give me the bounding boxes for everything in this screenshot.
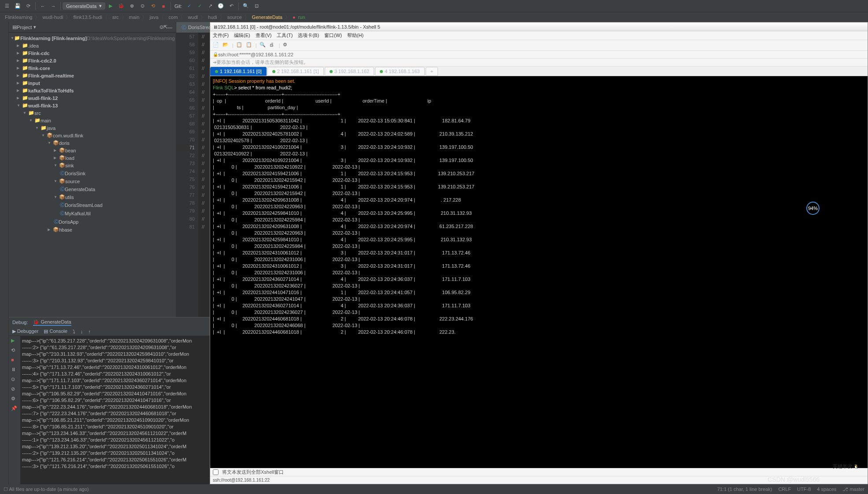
forward-icon[interactable]: → (49, 2, 57, 10)
project-header[interactable]: ▤ Project▾ ⊙ ⇱ — (9, 22, 176, 33)
menu-icon[interactable]: ☰ (3, 2, 11, 10)
git-rollback-icon[interactable]: ↶ (227, 2, 235, 10)
stop-icon[interactable]: ■ (160, 2, 167, 10)
refresh-icon[interactable]: ⟳ (24, 2, 32, 10)
search-icon[interactable]: 🔍 (242, 2, 250, 10)
profile-icon[interactable]: ⊙ (138, 2, 146, 10)
xshell-title: 🖥 192.168.1.161 [0] - root@node01:/opt/m… (210, 22, 868, 31)
gear-icon[interactable]: ⊙ (160, 24, 163, 30)
stop-icon[interactable]: ■ (11, 357, 18, 364)
main-toolbar: ☰ 💾 ⟳ ← → GenerateData▾ ▶ 🐞 ⊕ ⊙ ⟲ ■ Git:… (0, 0, 868, 12)
console-tab[interactable]: ▤ Console (44, 328, 67, 334)
step-over-icon[interactable]: ⤵ (73, 329, 75, 334)
settings-icon[interactable]: ⊡ (252, 2, 260, 10)
git-commit-icon[interactable]: ✓ (196, 2, 204, 10)
xshell-new-tab[interactable]: + (426, 67, 438, 76)
step-out-icon[interactable]: ↑ (88, 329, 91, 334)
pause-icon[interactable]: ⏸ (11, 367, 18, 374)
breadcrumb-item[interactable]: wudl (188, 15, 198, 20)
git-update-icon[interactable]: ✓ (185, 2, 193, 10)
restart-icon[interactable]: ⟲ (11, 347, 18, 354)
open-icon[interactable]: 📂 (223, 42, 230, 49)
view-breakpoints-icon[interactable]: ⊙ (11, 376, 18, 383)
xshell-footer: 将文本发送到全部Xshell窗口 (210, 468, 868, 476)
debug-label: Debug: (12, 320, 28, 325)
xshell-menu-item[interactable]: 查看(V) (256, 32, 272, 39)
xshell-tab[interactable]: 1 192.168.1.161 [0] (210, 67, 267, 76)
settings-icon[interactable]: ⚙ (11, 396, 18, 403)
step-into-icon[interactable]: ↓ (81, 329, 83, 334)
xshell-tab[interactable]: 4 192.168.1.163 (375, 67, 425, 76)
breadcrumb-item[interactable]: com (169, 15, 178, 20)
mascot: 英键半设 🐧 (833, 463, 864, 484)
breadcrumb-item[interactable]: Flinklearning (5, 15, 32, 20)
hide-icon[interactable]: — (167, 25, 172, 30)
xshell-window: 🖥 192.168.1.161 [0] - root@node01:/opt/m… (210, 22, 868, 484)
broadcast-checkbox[interactable] (213, 469, 219, 475)
watermark: CSDN @wudl5566 (768, 476, 820, 483)
debug-side-toolbar: ▶ ⟲ ■ ⏸ ⊙ ⊘ ⚙ 📌 (9, 336, 20, 484)
xshell-menu-item[interactable]: 工具(T) (277, 32, 293, 39)
xshell-tab[interactable]: 2 192.168.1.161 [1] (267, 67, 324, 76)
back-icon[interactable]: ← (39, 2, 47, 10)
breadcrumb-item[interactable]: main (129, 15, 140, 20)
xshell-hint: ➜ 要添加当前会话，请单击左侧的箭头按钮。 (210, 59, 868, 66)
xshell-menu-item[interactable]: 选项卡(B) (298, 32, 319, 39)
git-label: Git: (174, 4, 182, 9)
hotswap-icon[interactable]: ⟲ (149, 2, 157, 10)
run-icon[interactable]: ▶ (107, 2, 115, 10)
breadcrumb-run[interactable]: run (298, 15, 305, 20)
breadcrumb: Flinklearning〉 wudl-hudi〉 flink13.5-hudi… (0, 12, 868, 22)
xshell-toolbar[interactable]: 📄 📂 | 📋 📋 | 🔍 🖨 | ⚙ (210, 40, 868, 51)
breadcrumb-item[interactable]: java (149, 15, 158, 20)
breadcrumb-item[interactable]: wudl-hudi (42, 15, 63, 20)
breadcrumb-item[interactable]: source (227, 15, 242, 20)
debug-config-tab[interactable]: 🐞 GenerateData (33, 319, 71, 326)
paste-icon[interactable]: 📋 (246, 42, 253, 49)
xshell-menu-item[interactable]: 文件(F) (213, 32, 229, 39)
save-icon[interactable]: 💾 (14, 2, 22, 10)
copy-icon[interactable]: 📋 (236, 42, 243, 49)
xshell-terminal[interactable]: [INFO] Session property has been set.Fli… (210, 76, 868, 468)
collapse-icon[interactable]: ⇱ (163, 24, 167, 30)
xshell-menu-item[interactable]: 编辑(E) (234, 32, 250, 39)
prop-icon[interactable]: ⚙ (283, 42, 290, 49)
xshell-menu-item[interactable]: 帮助(H) (347, 32, 364, 39)
debug-icon[interactable]: 🐞 (117, 2, 125, 10)
zoom-badge: 94% (806, 202, 820, 215)
mute-breakpoints-icon[interactable]: ⊘ (11, 386, 18, 393)
xshell-menu[interactable]: 文件(F)编辑(E)查看(V)工具(T)选项卡(B)窗口(W)帮助(H) (210, 31, 868, 40)
git-history-icon[interactable]: 🕐 (217, 2, 225, 10)
xshell-menu-item[interactable]: 窗口(W) (324, 32, 342, 39)
breadcrumb-item[interactable]: hudi (208, 15, 217, 20)
run-config-dropdown[interactable]: GenerateData▾ (63, 2, 105, 10)
xshell-address[interactable]: 🔒 ssh://root:******@192.168.1.161:22 (210, 51, 868, 59)
breadcrumb-item[interactable]: src (112, 15, 119, 20)
new-icon[interactable]: 📄 (213, 42, 220, 49)
coverage-icon[interactable]: ⊕ (128, 2, 136, 10)
left-gutter (0, 22, 9, 484)
debugger-tab[interactable]: ▶ Debugger (12, 328, 38, 334)
resume-icon[interactable]: ▶ (11, 338, 18, 345)
print-icon[interactable]: 🖨 (269, 42, 276, 49)
search-icon[interactable]: 🔍 (260, 42, 267, 49)
xshell-tab[interactable]: 3 192.168.1.162 (325, 67, 375, 76)
breadcrumb-current[interactable]: GenerateData (252, 15, 282, 20)
pin-icon[interactable]: 📌 (11, 406, 18, 413)
git-push-icon[interactable]: ↗ (206, 2, 214, 10)
breadcrumb-item[interactable]: flink13.5-hudi (73, 15, 102, 20)
xshell-tabs[interactable]: 1 192.168.1.161 [0]2 192.168.1.161 [1]3 … (210, 66, 868, 76)
